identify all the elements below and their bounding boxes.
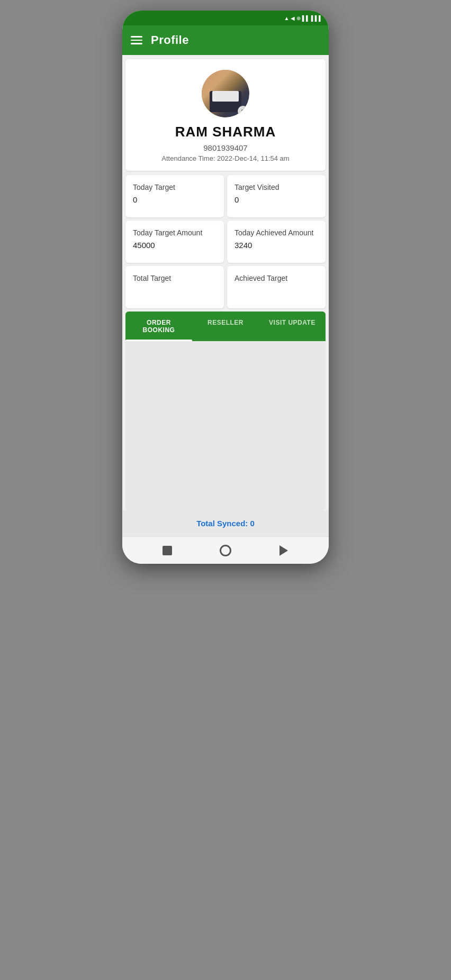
stat-value-target-visited: 0 bbox=[234, 195, 318, 204]
nav-back-button[interactable] bbox=[160, 543, 175, 558]
tabs-bar: ORDER BOOKING RESELLER VISIT UPDATE bbox=[125, 312, 326, 341]
stat-value-today-target: 0 bbox=[133, 195, 217, 204]
tab-reseller[interactable]: RESELLER bbox=[192, 312, 259, 341]
tab-order-booking[interactable]: ORDER BOOKING bbox=[125, 312, 192, 341]
status-bar-icons: ▲ ◀ ⊕ ▌▌ ▌▌▌ bbox=[284, 15, 322, 21]
stat-label-today-target-amount: Today Target Amount bbox=[133, 228, 217, 237]
stat-card-today-target: Today Target 0 bbox=[125, 175, 224, 217]
top-bar: Profile bbox=[122, 25, 329, 55]
synced-label: Total Synced: 0 bbox=[196, 519, 255, 528]
edit-avatar-icon[interactable]: ✎ bbox=[238, 106, 248, 116]
tab-visit-update[interactable]: VISIT UPDATE bbox=[259, 312, 326, 341]
stat-label-today-target: Today Target bbox=[133, 182, 217, 192]
synced-bar: Total Synced: 0 bbox=[122, 510, 329, 536]
nav-recent-button[interactable] bbox=[276, 543, 291, 558]
stat-label-total-target: Total Target bbox=[133, 273, 217, 283]
user-attendance: Attendance Time: 2022-Dec-14, 11:54 am bbox=[161, 154, 289, 162]
stat-card-target-visited: Target Visited 0 bbox=[227, 175, 326, 217]
stat-label-today-achieved-amount: Today Achieved Amount bbox=[234, 228, 318, 237]
square-icon bbox=[163, 546, 172, 555]
tab-content-area bbox=[125, 341, 326, 510]
nav-home-button[interactable] bbox=[218, 543, 233, 558]
avatar[interactable]: ✎ bbox=[202, 70, 249, 117]
stat-card-total-target: Total Target bbox=[125, 266, 224, 308]
bottom-nav bbox=[122, 536, 329, 564]
circle-icon bbox=[220, 545, 231, 556]
status-bar: ▲ ◀ ⊕ ▌▌ ▌▌▌ bbox=[122, 11, 329, 25]
stat-card-today-achieved-amount: Today Achieved Amount 3240 bbox=[227, 221, 326, 263]
stat-value-today-achieved-amount: 3240 bbox=[234, 241, 318, 250]
stats-grid: Today Target 0 Target Visited 0 Today Ta… bbox=[125, 175, 326, 308]
stat-value-today-target-amount: 45000 bbox=[133, 241, 217, 250]
stat-card-achieved-target: Achieved Target bbox=[227, 266, 326, 308]
user-name: RAM SHARMA bbox=[175, 124, 276, 140]
user-phone: 9801939407 bbox=[203, 143, 247, 152]
page-title: Profile bbox=[151, 33, 189, 47]
stat-label-target-visited: Target Visited bbox=[234, 182, 318, 192]
triangle-icon bbox=[279, 545, 288, 556]
stat-label-achieved-target: Achieved Target bbox=[234, 273, 318, 283]
stat-card-today-target-amount: Today Target Amount 45000 bbox=[125, 221, 224, 263]
menu-icon[interactable] bbox=[131, 36, 142, 44]
phone-frame: ▲ ◀ ⊕ ▌▌ ▌▌▌ Profile ✎ RAM SHARMA 980193… bbox=[122, 11, 329, 564]
profile-card: ✎ RAM SHARMA 9801939407 Attendance Time:… bbox=[125, 59, 326, 171]
